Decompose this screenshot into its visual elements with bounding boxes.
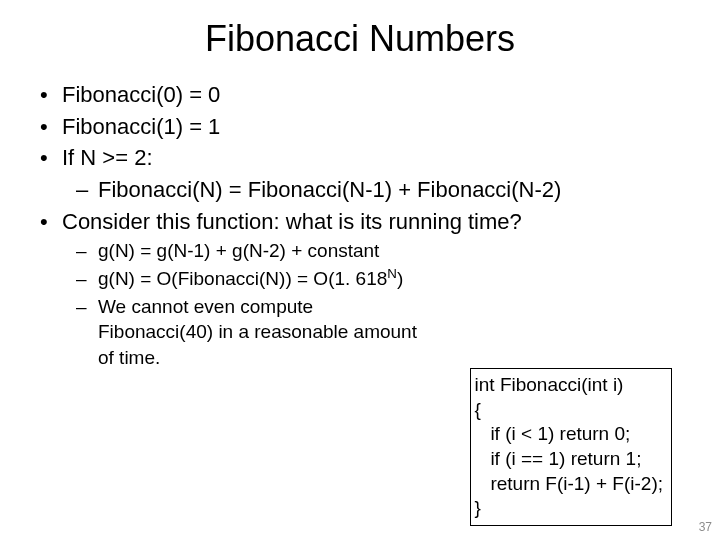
bullet-fib1: Fibonacci(1) = 1 (36, 112, 690, 142)
bullet-fib0: Fibonacci(0) = 0 (36, 80, 690, 110)
bigo-pre: g(N) = O(Fibonacci(N)) = O(1. 618 (98, 268, 387, 289)
bigo-post: ) (397, 268, 403, 289)
code-line-3: if (i < 1) return 0; (475, 422, 663, 447)
bigo-exponent: N (387, 266, 397, 281)
bullet-ifn: If N >= 2: (36, 143, 690, 173)
code-line-5: return F(i-1) + F(i-2); (475, 472, 663, 497)
code-line-4: if (i == 1) return 1; (475, 447, 663, 472)
bullet-recurrence: Fibonacci(N) = Fibonacci(N-1) + Fibonacc… (36, 175, 690, 205)
bullet-gn-bigo: g(N) = O(Fibonacci(N)) = O(1. 618N) (36, 266, 690, 292)
bullet-fib40: We cannot even compute Fibonacci(40) in … (36, 294, 426, 371)
slide-content: Fibonacci(0) = 0 Fibonacci(1) = 1 If N >… (0, 80, 720, 371)
slide-title: Fibonacci Numbers (0, 0, 720, 80)
code-line-2: { (475, 398, 663, 423)
code-line-1: int Fibonacci(int i) (475, 373, 663, 398)
code-box: int Fibonacci(int i) { if (i < 1) return… (470, 368, 672, 526)
bullet-gn-recurrence: g(N) = g(N-1) + g(N-2) + constant (36, 238, 690, 264)
page-number: 37 (699, 520, 712, 534)
bullet-consider: Consider this function: what is its runn… (36, 207, 690, 237)
code-line-6: } (475, 496, 663, 521)
